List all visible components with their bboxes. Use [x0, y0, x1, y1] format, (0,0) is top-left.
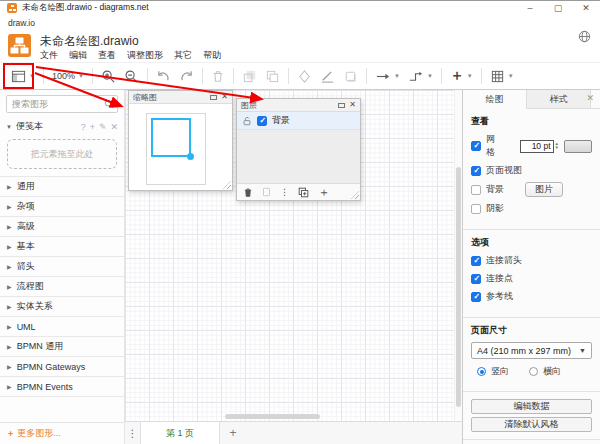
sidebar-section-basic[interactable]: ▶基本	[0, 237, 124, 257]
sidebar-section-flowchart[interactable]: ▶流程图	[0, 277, 124, 297]
zoom-out-button[interactable]	[120, 65, 143, 87]
close-panel-icon[interactable]: ✕	[349, 101, 356, 109]
sidebar-section-arrows[interactable]: ▶箭头	[0, 257, 124, 277]
zoom-level-dropdown[interactable]: 100% ▼	[48, 65, 88, 87]
page-tab-1[interactable]: 第 1 页	[140, 422, 220, 444]
chevron-right-icon: ▶	[7, 303, 12, 310]
clear-default-style-button[interactable]: 清除默认风格	[471, 417, 592, 432]
drawio-logo-icon	[8, 34, 31, 57]
connection-points-checkbox[interactable]	[471, 274, 481, 284]
minimize-button[interactable]: –	[516, 1, 544, 16]
sidebar-section-advanced[interactable]: ▶高级	[0, 217, 124, 237]
edit-data-button[interactable]: 编辑数据	[471, 399, 592, 414]
add-layer-icon[interactable]: ＋	[318, 184, 330, 201]
sidebar-section-uml[interactable]: ▶UML	[0, 317, 124, 337]
menu-help[interactable]: 帮助	[203, 49, 221, 62]
menu-edit[interactable]: 编辑	[69, 49, 87, 62]
scratchpad-header[interactable]: ▼ 便笺本 ? + ✎ ✕	[0, 117, 124, 136]
layer-row-background[interactable]: 背景	[237, 112, 360, 130]
sidebar-section-bpmn-general[interactable]: ▶BPMN 通用	[0, 337, 124, 357]
shadow-checkbox[interactable]	[471, 204, 481, 214]
background-checkbox[interactable]	[471, 185, 481, 195]
tab-style[interactable]: 样式	[527, 90, 591, 109]
redo-button[interactable]	[175, 65, 198, 87]
portrait-radio[interactable]	[477, 367, 486, 376]
connection-arrows-label: 连接箭头	[486, 254, 522, 267]
edit-layer-icon[interactable]	[262, 187, 271, 197]
vertical-scrollbar[interactable]	[456, 167, 461, 407]
menu-extras[interactable]: 其它	[174, 49, 192, 62]
grid-size-stepper[interactable]: ▲▼	[555, 142, 559, 151]
guides-checkbox[interactable]	[471, 292, 481, 302]
zoom-in-button[interactable]	[97, 65, 120, 87]
delete-layer-icon[interactable]	[243, 187, 253, 198]
connection-arrows-checkbox[interactable]	[471, 256, 481, 266]
minimize-panel-icon[interactable]	[338, 103, 345, 108]
outline-viewport-handle[interactable]	[187, 153, 194, 160]
menu-file[interactable]: 文件	[40, 49, 58, 62]
canvas-area[interactable]: 缩略图 ✕ 图层 ✕ 背景	[125, 90, 462, 444]
close-format-panel-icon[interactable]: ✕	[586, 93, 594, 103]
shapes-sidebar: ▼ 便笺本 ? + ✎ ✕ 把元素拖至此处 ▶通用 ▶杂项 ▶高级 ▶基本 ▶箭…	[0, 90, 125, 444]
scratchpad-close-icon[interactable]: ✕	[110, 122, 118, 132]
connection-style-dropdown[interactable]: ▼	[371, 65, 404, 87]
view-section-heading: 查看	[471, 115, 592, 128]
duplicate-layer-icon[interactable]	[298, 187, 309, 198]
scratchpad-edit-icon[interactable]: ✎	[99, 122, 107, 132]
outline-panel-titlebar[interactable]: 缩略图 ✕	[129, 91, 232, 104]
landscape-radio[interactable]	[529, 367, 538, 376]
page-view-checkbox[interactable]	[471, 166, 481, 176]
grid-color-button[interactable]	[564, 140, 592, 153]
sidebar-section-general[interactable]: ▶通用	[0, 177, 124, 197]
main-toolbar: ▼ 100% ▼ ▼ ▼ ＋▼	[0, 62, 600, 90]
grid-size-input[interactable]: 10 pt	[520, 140, 554, 153]
minimize-panel-icon[interactable]	[210, 95, 217, 100]
menu-view[interactable]: 查看	[98, 49, 116, 62]
layer-menu-icon[interactable]: ⋮	[280, 187, 289, 197]
waypoint-style-dropdown[interactable]: ▼	[404, 65, 437, 87]
layers-panel[interactable]: 图层 ✕ 背景 ⋮ ＋	[236, 98, 361, 201]
line-color-button[interactable]	[316, 65, 339, 87]
scratchpad-help-icon[interactable]: ?	[81, 122, 86, 132]
to-back-button[interactable]	[261, 65, 284, 87]
scratchpad-drop-area[interactable]: 把元素拖至此处	[7, 139, 117, 169]
resize-grip-icon[interactable]	[351, 191, 359, 199]
delete-button[interactable]	[207, 65, 229, 87]
background-image-button[interactable]: 图片	[525, 182, 563, 197]
outline-panel[interactable]: 缩略图 ✕	[128, 90, 233, 191]
tab-diagram[interactable]: 绘图	[463, 90, 527, 109]
insert-dropdown[interactable]: ＋▼	[446, 65, 477, 87]
more-shapes-button[interactable]: + 更多图形...	[0, 422, 124, 444]
sidebar-section-er[interactable]: ▶实体关系	[0, 297, 124, 317]
toggle-panels-button[interactable]: ▼	[7, 65, 39, 87]
undo-button[interactable]	[152, 65, 175, 87]
maximize-button[interactable]: ▢	[544, 1, 572, 16]
menu-arrange[interactable]: 调整图形	[127, 49, 163, 62]
outline-preview[interactable]	[129, 104, 232, 190]
to-front-button[interactable]	[238, 65, 261, 87]
table-dropdown[interactable]: ▼	[486, 65, 518, 87]
sidebar-section-bpmn-events[interactable]: ▶BPMN Events	[0, 377, 124, 397]
grid-label: 网格	[486, 133, 501, 159]
resize-grip-icon[interactable]	[223, 181, 231, 189]
shadow-button[interactable]	[339, 65, 362, 87]
layers-panel-titlebar[interactable]: 图层 ✕	[237, 99, 360, 112]
page-size-select[interactable]: A4 (210 mm x 297 mm) ▼	[471, 342, 592, 359]
close-panel-icon[interactable]: ✕	[221, 93, 228, 101]
pages-menu-icon[interactable]: ⋮	[125, 422, 140, 444]
search-shapes-input[interactable]	[6, 95, 118, 113]
language-globe-icon[interactable]	[578, 30, 591, 45]
chevron-down-icon: ▼	[579, 347, 586, 354]
sidebar-section-bpmn-gateways[interactable]: ▶BPMN Gateways	[0, 357, 124, 377]
scratchpad-add-icon[interactable]: +	[90, 122, 95, 132]
sidebar-section-misc[interactable]: ▶杂项	[0, 197, 124, 217]
page-view-label: 页面视图	[486, 164, 522, 177]
outline-viewport-rect[interactable]	[151, 118, 191, 157]
add-page-button[interactable]: +	[220, 422, 246, 444]
guides-label: 参考线	[486, 290, 513, 303]
fill-color-button[interactable]	[293, 65, 316, 87]
horizontal-scrollbar[interactable]	[225, 414, 320, 419]
layer-visible-checkbox[interactable]	[257, 116, 267, 126]
grid-checkbox[interactable]	[471, 141, 481, 151]
close-button[interactable]: ✕	[572, 1, 600, 16]
